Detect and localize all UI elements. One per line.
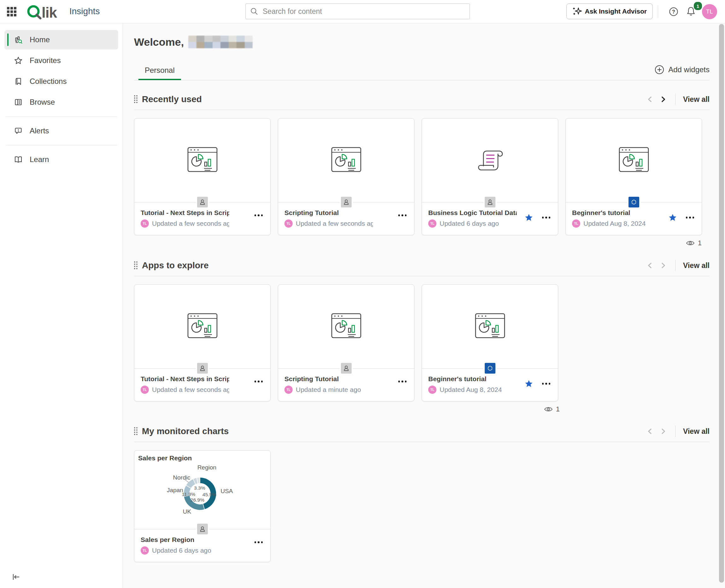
owner-avatar: TL [572, 219, 580, 228]
monitored-chart-card[interactable]: Sales per Region Region Nordic Japan UK … [134, 450, 271, 562]
sidebar-item-favorites[interactable]: Favorites [4, 51, 118, 70]
card-updated-text: Updated a minute ago [296, 386, 361, 394]
card-updated-text: Updated 6 days ago [152, 547, 211, 554]
notification-count-badge[interactable]: 1 [693, 1, 703, 11]
help-icon[interactable]: ? [669, 7, 678, 16]
controls-separator [675, 260, 676, 271]
scroll-left-button[interactable] [645, 95, 654, 104]
more-menu-button[interactable] [254, 213, 263, 217]
app-chart-icon [331, 147, 361, 174]
person-icon [199, 526, 206, 532]
user-avatar[interactable]: TL [702, 4, 717, 19]
app-card[interactable]: Beginner's tutorial TL Updated Aug 8, 20… [565, 118, 702, 235]
scroll-left-button[interactable] [645, 261, 654, 270]
app-thumbnail [278, 285, 414, 369]
section-rule [134, 110, 709, 110]
sidebar-divider [6, 145, 117, 145]
more-menu-button[interactable] [254, 540, 263, 545]
owner-avatar: TL [285, 219, 293, 228]
person-icon [343, 198, 350, 206]
card-title: Scripting Tutorial [285, 209, 373, 216]
sparkle-icon [572, 7, 582, 16]
search-icon [250, 7, 258, 16]
owner-avatar: TL [141, 219, 149, 228]
slice-label-nordic: Nordic [173, 474, 190, 481]
card-updated-text: Updated 6 days ago [440, 220, 499, 227]
global-search[interactable] [245, 3, 470, 19]
sidebar-item-home[interactable]: Home [4, 30, 118, 49]
app-card[interactable]: Beginner's tutorial TL Updated Aug 8, 20… [422, 285, 558, 401]
section-apps-to-explore: Apps to explore View all [134, 259, 709, 414]
scroll-right-button[interactable] [659, 95, 668, 104]
more-menu-button[interactable] [398, 213, 407, 217]
scroll-left-button[interactable] [645, 427, 654, 436]
person-icon [199, 198, 206, 206]
slice-label-japan: Japan [167, 487, 183, 494]
browse-layout-icon [14, 98, 23, 107]
slice-percent-japan: 11.3% [182, 491, 195, 497]
section-drag-handle[interactable] [134, 261, 138, 270]
section-drag-handle[interactable] [134, 427, 138, 435]
view-all-link[interactable]: View all [683, 95, 709, 104]
welcome-label: Welcome, [134, 35, 184, 48]
ask-insight-advisor-button[interactable]: Ask Insight Advisor [566, 3, 653, 19]
app-card[interactable]: Tutorial - Next Steps in Scripting TL Up… [134, 285, 271, 401]
section-drag-handle[interactable] [134, 95, 138, 103]
app-card[interactable]: Scripting Tutorial TL Updated a minute a… [278, 285, 414, 401]
owner-avatar: TL [428, 385, 436, 394]
scroll-right-button[interactable] [659, 427, 668, 436]
favorite-star-icon[interactable] [524, 379, 533, 388]
controls-separator [675, 426, 676, 437]
sidebar-item-alerts[interactable]: Alerts [4, 121, 118, 141]
more-menu-button[interactable] [398, 379, 407, 384]
section-recently-used: Recently used View all [134, 93, 709, 248]
app-card[interactable]: Tutorial - Next Steps in Scripting TL Up… [134, 118, 271, 235]
sidebar-item-label: Home [29, 35, 50, 44]
sidebar-item-collections[interactable]: Collections [4, 71, 118, 91]
eye-icon [544, 406, 553, 413]
card-updated-text: Updated a few seconds ago [152, 386, 229, 394]
sidebar-item-label: Alerts [29, 126, 49, 135]
scroll-right-button[interactable] [659, 261, 668, 270]
person-icon [343, 365, 350, 372]
welcome-heading: Welcome, [134, 35, 709, 48]
view-all-link[interactable]: View all [683, 261, 709, 270]
slice-percent-small: 3.3% [194, 485, 205, 491]
sidebar-item-browse[interactable]: Browse [4, 92, 118, 112]
more-menu-button[interactable] [542, 381, 551, 386]
slice-label-uk: UK [183, 508, 191, 515]
ask-insight-advisor-label: Ask Insight Advisor [585, 7, 647, 15]
eye-icon [686, 240, 695, 246]
card-title: Beginner's tutorial [572, 209, 661, 216]
app-card[interactable]: Business Logic Tutorial Data Prep TL Upd… [422, 118, 558, 235]
controls-separator [675, 93, 676, 105]
section-title: My monitored charts [142, 426, 645, 436]
home-insights-icon [14, 35, 23, 44]
more-menu-button[interactable] [254, 379, 263, 384]
shared-space-badge [627, 195, 641, 209]
open-book-icon [14, 155, 23, 164]
shared-space-icon [630, 198, 637, 206]
scrollbar-thumb[interactable] [719, 24, 724, 583]
card-title: Sales per Region [141, 536, 229, 544]
app-launcher-icon[interactable] [7, 7, 16, 16]
app-thumbnail [134, 119, 270, 203]
search-input[interactable] [262, 7, 465, 16]
card-updated-text: Updated Aug 8, 2024 [440, 386, 502, 394]
card-updated-text: Updated Aug 8, 2024 [583, 220, 645, 227]
redacted-user-name [188, 36, 253, 48]
app-thumbnail [422, 285, 558, 369]
qlik-logo[interactable]: lik [27, 3, 57, 20]
add-widgets-button[interactable]: Add widgets [654, 65, 709, 75]
view-all-link[interactable]: View all [683, 427, 709, 436]
card-title: Scripting Tutorial [285, 375, 373, 383]
sidebar-item-learn[interactable]: Learn [4, 150, 118, 169]
collapse-sidebar-icon[interactable] [11, 572, 21, 582]
app-card[interactable]: Scripting Tutorial TL Updated a few seco… [278, 118, 414, 235]
more-menu-button[interactable] [542, 215, 551, 220]
favorite-star-icon[interactable] [668, 213, 677, 222]
personal-space-badge [340, 195, 353, 209]
more-menu-button[interactable] [686, 215, 695, 220]
favorite-star-icon[interactable] [524, 213, 533, 222]
tab-personal[interactable]: Personal [139, 62, 181, 80]
